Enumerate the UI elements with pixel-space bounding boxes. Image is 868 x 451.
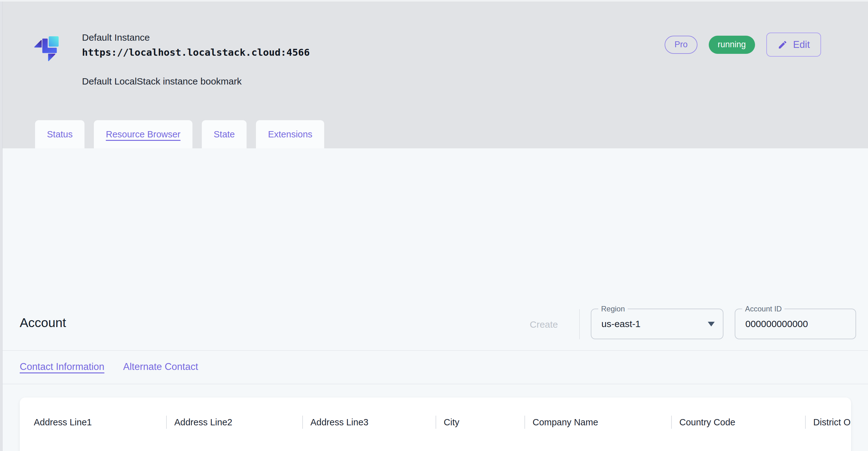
- account-subtabs: Contact Information Alternate Contact: [20, 361, 198, 372]
- tab-extensions[interactable]: Extensions: [256, 120, 324, 148]
- column-header-country-code[interactable]: Country Code: [671, 416, 805, 429]
- contact-information-card: Address Line1 Address Line2 Address Line…: [20, 397, 851, 451]
- header-actions: Pro running Edit: [664, 33, 821, 57]
- tab-status[interactable]: Status: [35, 120, 85, 148]
- account-id-field[interactable]: Account ID 000000000000: [735, 309, 856, 339]
- divider: [0, 384, 868, 384]
- instance-title: Default Instance: [82, 31, 310, 44]
- subtab-alternate-contact[interactable]: Alternate Contact: [123, 361, 198, 372]
- account-id-value: 000000000000: [745, 309, 808, 339]
- region-select[interactable]: Region us-east-1: [591, 309, 723, 339]
- page-title: Account: [20, 315, 66, 330]
- subtab-contact-information[interactable]: Contact Information: [20, 361, 104, 372]
- pencil-icon: [778, 40, 787, 50]
- instance-tabs: Status Resource Browser State Extensions: [35, 120, 324, 148]
- column-header-address-line3[interactable]: Address Line3: [302, 416, 436, 429]
- region-value: us-east-1: [601, 309, 641, 339]
- column-header-address-line1[interactable]: Address Line1: [34, 416, 166, 429]
- instance-subtitle: Default LocalStack instance bookmark: [82, 75, 310, 88]
- instance-url: https://localhost.localstack.cloud:4566: [82, 45, 310, 59]
- edit-button[interactable]: Edit: [766, 33, 821, 57]
- localstack-logo-icon: [30, 27, 71, 72]
- column-header-address-line2[interactable]: Address Line2: [166, 416, 302, 429]
- create-button[interactable]: Create: [530, 319, 558, 330]
- window-left-edge: [0, 0, 2, 451]
- tab-resource-browser[interactable]: Resource Browser: [94, 120, 192, 148]
- table-header-row: Address Line1 Address Line2 Address Line…: [34, 416, 851, 429]
- resource-browser-panel: Account Create Region us-east-1 Account …: [0, 148, 868, 451]
- chevron-down-icon: [708, 322, 715, 326]
- window-top-edge: [0, 0, 868, 2]
- edit-button-label: Edit: [793, 39, 810, 50]
- localstack-instance-page: Default Instance https://localhost.local…: [0, 0, 868, 451]
- status-badge: running: [709, 36, 755, 54]
- instance-header: Default Instance https://localhost.local…: [0, 0, 868, 148]
- divider: [0, 350, 868, 351]
- column-header-city[interactable]: City: [436, 416, 524, 429]
- column-header-district[interactable]: District Or: [805, 416, 851, 429]
- tab-state[interactable]: State: [202, 120, 247, 148]
- toolbar-divider: [579, 309, 580, 339]
- column-header-company-name[interactable]: Company Name: [524, 416, 671, 429]
- pro-badge: Pro: [664, 36, 697, 54]
